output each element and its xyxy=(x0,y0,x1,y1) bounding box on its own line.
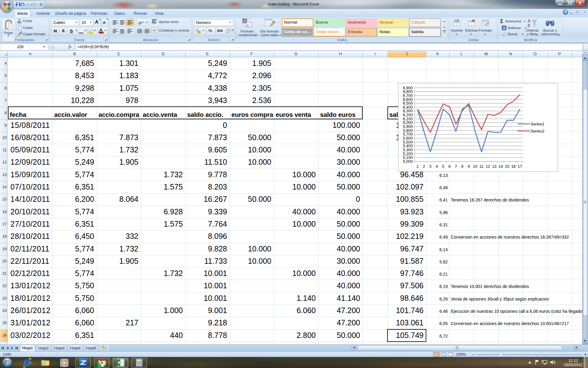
svg-text:≤: ≤ xyxy=(247,23,249,27)
svg-text:5: 5 xyxy=(442,164,444,169)
svg-text:0: 0 xyxy=(233,31,235,33)
svg-text:00: 00 xyxy=(227,31,229,33)
svg-text:12: 12 xyxy=(486,164,490,169)
svg-text:6,900: 6,900 xyxy=(403,86,413,90)
svg-text:9: 9 xyxy=(468,164,470,169)
svg-text:A: A xyxy=(527,19,531,23)
svg-text:Series2: Series2 xyxy=(530,129,545,133)
svg-text:8: 8 xyxy=(461,164,463,169)
svg-text:10: 10 xyxy=(473,164,477,169)
svg-text:15: 15 xyxy=(505,164,509,169)
svg-text:Z: Z xyxy=(527,23,530,28)
svg-text:0: 0 xyxy=(140,359,141,361)
svg-text:ab: ab xyxy=(138,20,142,25)
svg-text:11: 11 xyxy=(480,164,484,169)
svg-text:14: 14 xyxy=(499,164,503,169)
svg-text:2: 2 xyxy=(423,164,425,169)
svg-text:16: 16 xyxy=(511,164,515,169)
svg-text:3: 3 xyxy=(429,164,432,169)
svg-text:6: 6 xyxy=(448,164,450,169)
svg-text:13: 13 xyxy=(492,164,496,169)
svg-text:a: a xyxy=(153,29,155,32)
svg-text:1: 1 xyxy=(417,164,419,169)
svg-text:4: 4 xyxy=(435,164,438,169)
svg-text:7: 7 xyxy=(455,164,457,169)
svg-text:Series1: Series1 xyxy=(530,122,545,126)
svg-text:17: 17 xyxy=(518,164,522,169)
